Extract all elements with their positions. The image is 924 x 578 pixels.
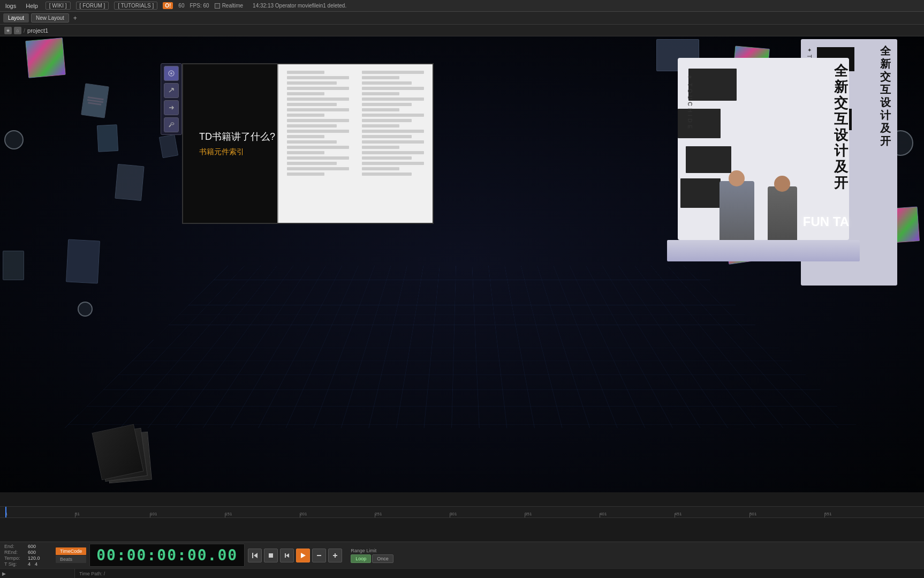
once-button[interactable]: Once xyxy=(372,554,393,563)
star-icon[interactable]: ★ xyxy=(4,27,12,34)
timecode-button[interactable]: TimeCode xyxy=(56,547,86,555)
stage-chinese-text: 全新交互设计及开 xyxy=(834,63,849,191)
home-icon[interactable]: ⌂ xyxy=(14,27,21,34)
fps-label: FPS: 60 xyxy=(190,3,209,9)
range-limit-label: Range Limit xyxy=(351,548,393,553)
tsig-label: T Sig: xyxy=(4,561,26,567)
svg-point-1 xyxy=(170,72,172,74)
end-value: 600 xyxy=(28,544,36,549)
realtime-label: Realtime xyxy=(222,3,243,9)
logs-menu[interactable]: logs xyxy=(3,3,18,9)
node-panel xyxy=(161,63,182,135)
forum-button[interactable]: [ FORUM ] xyxy=(76,2,109,10)
transport-bar: End: 600 REnd: 600 Tempo: 120.0 T Sig: 4… xyxy=(0,542,924,568)
timeline-playhead xyxy=(5,507,6,517)
tick-12: 551 xyxy=(824,512,831,516)
rend-label: REnd: xyxy=(4,550,26,555)
tick-2: 51 xyxy=(75,512,80,516)
touchide-text: ✦TOUCHIDE xyxy=(683,74,697,131)
float-card-l1 xyxy=(66,239,100,283)
float-card-l2 xyxy=(3,251,24,280)
timeline-ruler[interactable]: 1 51 101 151 201 251 301 351 401 451 501… xyxy=(0,506,924,518)
svg-rect-10 xyxy=(317,555,321,556)
beats-button[interactable]: Beats xyxy=(56,556,86,563)
stop-button[interactable] xyxy=(264,549,278,562)
timepath-arrow-icon: ▶ xyxy=(2,571,6,576)
node-btn-wrench[interactable] xyxy=(164,117,179,132)
svg-rect-4 xyxy=(252,553,253,558)
stage-podium xyxy=(667,240,860,261)
layout-tab-bar: Layout New Layout + xyxy=(0,12,924,25)
timecode-display: 00:00:00:00.00 xyxy=(89,544,245,567)
node-btn-arrow[interactable] xyxy=(164,83,179,98)
clock-2 xyxy=(78,302,93,317)
tsig-value2: 4 xyxy=(35,561,37,567)
svg-rect-8 xyxy=(285,553,286,558)
svg-rect-12 xyxy=(335,553,336,558)
notification-badge: O! xyxy=(163,2,173,9)
rend-value: 600 xyxy=(28,550,36,555)
prev-frame-button[interactable] xyxy=(280,549,294,562)
timecode-beats-toggle: TimeCode Beats xyxy=(56,547,86,563)
node-btn-circle[interactable] xyxy=(164,66,179,81)
tick-5: 201 xyxy=(300,512,307,516)
play-button[interactable] xyxy=(296,549,310,562)
node-btn-right-arrow[interactable] xyxy=(164,100,179,115)
svg-line-3 xyxy=(169,125,171,127)
breadcrumb-separator: / xyxy=(24,27,25,34)
tick-7: 301 xyxy=(450,512,457,516)
loop-once-buttons: Loop Once xyxy=(351,554,393,563)
svg-marker-5 xyxy=(254,553,257,558)
books-stack xyxy=(96,428,161,482)
svg-marker-7 xyxy=(286,553,289,558)
svg-marker-9 xyxy=(301,553,306,558)
transport-buttons xyxy=(248,549,342,562)
minus-button[interactable] xyxy=(312,549,326,562)
tick-6: 251 xyxy=(375,512,382,516)
tick-9: 401 xyxy=(600,512,607,516)
tick-11: 501 xyxy=(749,512,756,516)
realtime-checkbox[interactable]: Realtime xyxy=(215,3,243,9)
tempo-value: 120.0 xyxy=(28,556,40,561)
tsig-value: 4 xyxy=(28,561,31,567)
float-card-3 xyxy=(97,124,119,152)
tick-3: 101 xyxy=(150,512,157,516)
wiki-button[interactable]: [ WIKI ] xyxy=(46,2,71,10)
range-limit-panel: Range Limit Loop Once xyxy=(351,548,393,563)
plus-button[interactable] xyxy=(328,549,342,562)
svg-point-2 xyxy=(171,123,174,125)
timepath-label: Time Path: / xyxy=(75,571,924,576)
stage: 全新交互设计及开 ✦TOUCHIDE FUN TA xyxy=(667,58,860,261)
go-to-start-button[interactable] xyxy=(248,549,262,562)
tempo-label: Tempo: xyxy=(4,556,26,561)
tutorials-button[interactable]: [ TUTORIALS ] xyxy=(114,2,157,10)
layout-tab[interactable]: Layout xyxy=(3,13,29,22)
fps-value: 60 xyxy=(178,3,184,9)
breadcrumb-bar: ★ ⌂ / project1 xyxy=(0,25,924,36)
presentation-screen: TD书籍讲了什么? 书籍元件索引 xyxy=(182,63,434,224)
menu-bar: logs Help [ WIKI ] [ FORUM ] [ TUTORIALS… xyxy=(0,0,924,12)
project-name[interactable]: project1 xyxy=(27,27,48,34)
float-card-4 xyxy=(115,164,144,201)
float-card-1 xyxy=(25,37,66,78)
timepath-bar: ▶ Time Path: / xyxy=(0,568,924,578)
help-menu[interactable]: Help xyxy=(24,3,40,9)
realtime-check-box[interactable] xyxy=(215,3,220,9)
float-card-2 xyxy=(81,83,109,118)
end-label: End: xyxy=(4,544,26,549)
new-layout-button[interactable]: New Layout xyxy=(31,13,69,22)
status-message: 14:32:13 Operator moviefilein1 deleted. xyxy=(253,3,346,9)
clock-1 xyxy=(4,130,24,149)
tick-10: 451 xyxy=(675,512,681,516)
presentation-document xyxy=(277,64,433,223)
tick-8: 351 xyxy=(525,512,532,516)
svg-rect-6 xyxy=(269,553,273,558)
add-layout-button[interactable]: + xyxy=(71,14,79,22)
loop-button[interactable]: Loop xyxy=(351,554,371,563)
time-info-panel: End: 600 REnd: 600 Tempo: 120.0 T Sig: 4… xyxy=(4,544,52,567)
tick-4: 151 xyxy=(225,512,232,516)
timepath-left: ▶ xyxy=(0,569,75,578)
main-viewport[interactable]: TD书籍讲了什么? 书籍元件索引 xyxy=(0,36,924,492)
